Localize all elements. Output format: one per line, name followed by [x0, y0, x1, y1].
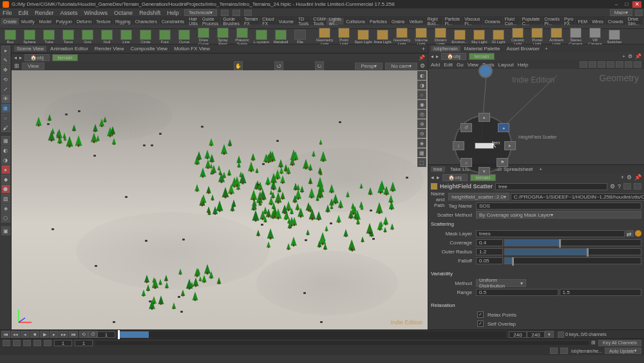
asset-path[interactable]: C:/PROGRA~1/SIDEEF~1/HOUDIN~1.258/houdin…	[511, 193, 644, 201]
tag-value[interactable]: SOS	[476, 202, 641, 210]
radial-east[interactable]: ▸	[504, 141, 516, 150]
status-icon-b[interactable]	[13, 340, 21, 346]
radial-south[interactable]: ▾	[478, 167, 490, 176]
tool-move[interactable]: ✥	[1, 65, 10, 74]
range-min[interactable]: 0.5	[476, 289, 558, 296]
menu-help[interactable]: Help	[166, 10, 180, 16]
tool-terrain7[interactable]: ▨	[1, 194, 10, 203]
timeline-track[interactable]	[118, 331, 506, 338]
tool-geo-light[interactable]: Geometry Light	[316, 28, 334, 46]
tool-lsystem[interactable]: L-system	[252, 30, 270, 44]
coverage-slider[interactable]	[504, 239, 641, 246]
desktop-dropdown[interactable]: Technical ▾	[184, 9, 217, 16]
timeline-prev-key[interactable]: ◂◂	[11, 331, 20, 338]
tool-stereo-cam[interactable]: Stereo Camera	[567, 28, 585, 46]
status-icon-e[interactable]	[44, 340, 52, 346]
radial-sw[interactable]: ⌂	[460, 158, 472, 167]
shelf-tab-particle-fl[interactable]: Particle Fl...	[443, 18, 462, 25]
net-tab-asset[interactable]: Asset Browser	[504, 46, 542, 52]
shelf-tab-hair[interactable]: Hair Utils	[187, 18, 200, 25]
menu-render[interactable]: Render	[33, 10, 55, 16]
maximize-button[interactable]: □	[622, 1, 631, 8]
net-tab-add[interactable]: +	[545, 46, 548, 52]
path-obj[interactable]: 🏠 obj	[24, 54, 50, 61]
menu-assets[interactable]: Assets	[59, 10, 79, 16]
shelf-set-dropdown[interactable]: Main ▾	[610, 9, 632, 16]
shelf-tab-viscous[interactable]: Viscous Fl...	[462, 18, 482, 25]
net-icon-4[interactable]	[607, 61, 614, 68]
shelf-tab-rigid[interactable]: Rigid Bod...	[426, 18, 442, 25]
tool-ambient-light[interactable]: Ambient Light	[547, 28, 565, 46]
tool-terrain5[interactable]: ◆	[1, 175, 10, 184]
shelf-tab-td[interactable]: TD Tools	[296, 18, 310, 25]
key-all-button[interactable]: Key All Channels	[598, 340, 641, 346]
shelf-tab-guide-process[interactable]: Guide Process	[200, 18, 220, 25]
shelf-tab-particles[interactable]: Particles	[368, 18, 389, 25]
tool-point-light[interactable]: Point Light	[335, 28, 353, 46]
menu-octane[interactable]: Octane	[113, 10, 134, 16]
param-pin-icon[interactable]: 📌	[634, 174, 641, 181]
tool-file[interactable]: File	[291, 30, 309, 44]
tool-vr-cam[interactable]: VR Camera	[586, 28, 604, 46]
mask-color-icon[interactable]	[635, 230, 641, 237]
menu-file[interactable]: File	[1, 10, 14, 16]
tool-font[interactable]: Font	[156, 30, 174, 44]
tool-rotate[interactable]: ⟲	[1, 75, 10, 84]
shelf-tab-volume[interactable]: Volume	[277, 18, 296, 25]
tool-snap[interactable]: ⊞	[1, 104, 10, 113]
tool-curve[interactable]: Curve	[175, 30, 193, 44]
status-icon-2[interactable]	[560, 348, 568, 354]
net-menu-view[interactable]: View	[468, 62, 478, 68]
net-tab-terrain[interactable]: /obj/terrain	[431, 46, 460, 52]
net-menu-edit[interactable]: Edit	[444, 62, 453, 68]
tool-draw-curve[interactable]: Draw Curve	[194, 28, 213, 46]
param-tab-tree[interactable]: tree	[431, 166, 445, 172]
timeline-last[interactable]: ⏭	[69, 331, 78, 338]
net-path-obj[interactable]: 🏠 obj	[441, 53, 466, 60]
shelf-tab-grains[interactable]: Grains	[390, 18, 407, 25]
net-pin-icon[interactable]: 📌	[635, 54, 641, 59]
net-menu-go[interactable]: Go	[457, 62, 464, 68]
falloff-value[interactable]: 0.05	[476, 257, 503, 264]
mini-track[interactable]	[95, 341, 589, 345]
tool-terrain3[interactable]: ◑	[1, 155, 10, 164]
vp-side-icon8[interactable]: ◈	[417, 139, 426, 148]
frame-start-input[interactable]: 1	[97, 331, 115, 338]
menu-windows[interactable]: Windows	[83, 10, 109, 16]
tool-spray[interactable]: Spray Paint	[214, 28, 232, 46]
radial-se[interactable]: ⚑	[497, 158, 508, 167]
param-arrow-left[interactable]: ◂	[431, 174, 434, 181]
tab-motion-fx[interactable]: Motion FX View	[171, 46, 213, 52]
frame-end-display[interactable]: 240	[509, 331, 527, 338]
net-icon-6[interactable]	[625, 61, 632, 68]
operator-name[interactable]: tree	[495, 183, 607, 190]
vp-side-icon5[interactable]: ◎	[417, 110, 426, 119]
radial-nw[interactable]: ↺	[460, 123, 472, 132]
shelf-tab-polygon[interactable]: Polygon	[54, 18, 74, 25]
tool-distant-light[interactable]: Distant Light	[431, 28, 450, 46]
channel-icon[interactable]	[558, 331, 564, 338]
shelf-tab-model[interactable]: Model	[37, 18, 53, 25]
network-view[interactable]: Geometry Indie Edition ▴ ● ▸ ⚑ ▾ ⌂ i	[428, 69, 644, 164]
menubar-icon-3[interactable]	[244, 10, 252, 16]
minimize-button[interactable]: –	[612, 1, 621, 8]
tool-line[interactable]: Line	[117, 30, 135, 44]
tool-terrain8[interactable]: ◈	[1, 204, 10, 213]
tab-add-button[interactable]: +	[422, 46, 425, 52]
net-icon-3[interactable]	[598, 61, 605, 68]
shelf-tab-deform[interactable]: Deform	[75, 18, 93, 25]
shelf-tab-create[interactable]: Create	[1, 18, 19, 25]
menu-edit[interactable]: Edit	[17, 10, 30, 16]
tool-volume-light[interactable]: Volume Light	[412, 28, 430, 46]
tool-tube[interactable]: Tube	[40, 30, 58, 44]
net-menu-add[interactable]: Add	[431, 62, 440, 68]
param-path-obj[interactable]: 🏠 obj	[442, 174, 468, 181]
shelf-tab-pyro[interactable]: Pyro FX	[562, 18, 575, 25]
path-pin-icon[interactable]: 📌	[419, 55, 425, 61]
status-mid-icon[interactable]: ⊞	[591, 340, 596, 346]
path-terrain[interactable]: terrain	[52, 54, 79, 61]
auto-update-button[interactable]: Auto Update ▾	[605, 348, 641, 354]
tab-render-view[interactable]: Render View	[92, 46, 127, 52]
tool-platonic[interactable]: Platonic Solids	[233, 28, 251, 46]
relax-points-check[interactable]: ✓	[477, 311, 484, 318]
